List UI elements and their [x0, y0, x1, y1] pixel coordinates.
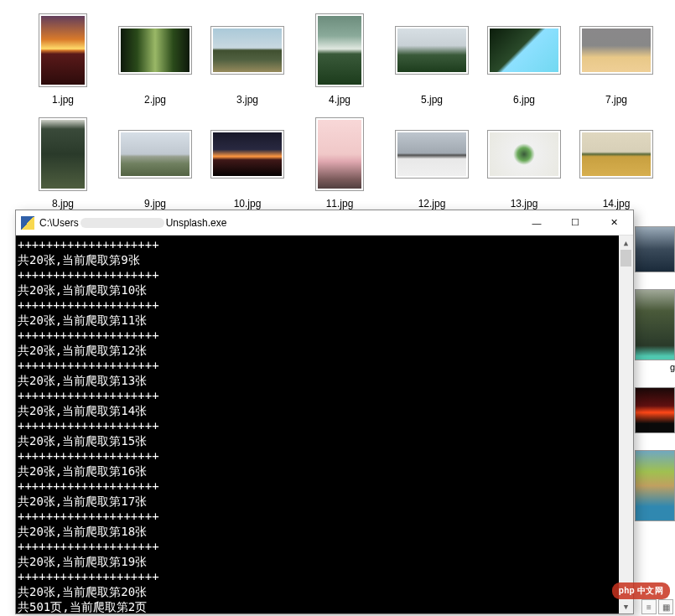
console-window: C:\Users Unsplash.exe — ☐ ✕ ++++++++++++… — [15, 210, 634, 614]
image-thumbnail — [39, 117, 87, 191]
image-thumbnail — [395, 130, 469, 179]
file-explorer-pane: 1.jpg2.jpg3.jpg4.jpg5.jpg6.jpg7.jpg8.jpg… — [0, 0, 675, 216]
thumbnail-box — [386, 112, 478, 196]
scroll-up-arrow[interactable]: ▲ — [619, 236, 633, 250]
image-thumbnail — [635, 289, 675, 360]
file-item[interactable]: 7.jpg — [570, 8, 662, 106]
view-large-icon[interactable]: ▦ — [658, 599, 673, 614]
close-button[interactable]: ✕ — [595, 210, 633, 236]
file-item-partial[interactable] — [631, 226, 675, 274]
console-line: 共20张,当前爬取第15张 — [16, 433, 633, 448]
file-label: 13.jpg — [511, 196, 538, 210]
console-line: 共20张,当前爬取第9张 — [16, 252, 633, 267]
title-suffix: Unsplash.exe — [166, 217, 227, 229]
file-item[interactable]: 4.jpg — [293, 8, 386, 106]
console-line: 共20张,当前爬取第20张 — [16, 584, 633, 599]
thumbnail-box — [109, 112, 201, 196]
console-line: ++++++++++++++++++++ — [16, 358, 633, 373]
file-grid: 1.jpg2.jpg3.jpg4.jpg5.jpg6.jpg7.jpg8.jpg… — [17, 8, 675, 216]
file-item-partial[interactable] — [631, 387, 675, 435]
console-line: ++++++++++++++++++++ — [16, 298, 633, 313]
file-item-partial[interactable] — [631, 450, 675, 523]
file-label: 6.jpg — [513, 92, 535, 106]
file-item[interactable]: 8.jpg — [17, 112, 109, 210]
view-details-icon[interactable]: ≡ — [641, 599, 657, 614]
file-item[interactable]: 11.jpg — [293, 112, 386, 210]
image-thumbnail — [210, 130, 284, 179]
scroll-down-arrow[interactable]: ▼ — [619, 599, 633, 613]
file-label: 9.jpg — [144, 196, 166, 210]
minimize-button[interactable]: — — [517, 210, 556, 236]
console-line: 共20张,当前爬取第18张 — [16, 524, 633, 539]
console-line: ++++++++++++++++++++ — [16, 328, 633, 343]
image-thumbnail — [315, 117, 364, 191]
scroll-thumb[interactable] — [620, 250, 631, 267]
file-item[interactable]: 10.jpg — [201, 112, 293, 210]
explorer-view-switcher: ≡ ▦ — [641, 599, 673, 614]
file-item[interactable]: 1.jpg — [17, 8, 109, 106]
image-thumbnail — [635, 387, 675, 433]
image-thumbnail — [210, 26, 284, 75]
thumbnail-box — [570, 8, 662, 92]
thumbnail-box — [17, 8, 109, 92]
image-thumbnail — [635, 226, 675, 272]
console-line: ++++++++++++++++++++ — [16, 237, 633, 252]
thumbnail-box — [293, 112, 386, 196]
thumbnail-box — [201, 112, 293, 196]
image-thumbnail — [579, 130, 653, 179]
file-item[interactable]: 3.jpg — [201, 8, 293, 106]
image-thumbnail — [39, 13, 87, 87]
title-path-redacted — [80, 218, 164, 228]
partial-file-column: g — [631, 226, 675, 538]
thumbnail-box — [570, 112, 662, 196]
console-output[interactable]: ++++++++++++++++++++共20张,当前爬取第9张++++++++… — [16, 236, 633, 613]
console-line: ++++++++++++++++++++ — [16, 388, 633, 403]
thumbnail-box — [478, 112, 570, 196]
console-line: ++++++++++++++++++++ — [16, 267, 633, 282]
console-line: 共20张,当前爬取第14张 — [16, 403, 633, 418]
file-item[interactable]: 14.jpg — [570, 112, 662, 210]
thumbnail-box — [293, 8, 386, 92]
console-line: 共501页,当前爬取第2页 — [16, 599, 633, 613]
file-item[interactable]: 13.jpg — [478, 112, 570, 210]
title-prefix: C:\Users — [39, 217, 79, 229]
file-label: 1.jpg — [52, 92, 74, 106]
file-item[interactable]: 5.jpg — [386, 8, 478, 106]
file-item-partial[interactable]: g — [631, 289, 675, 372]
image-thumbnail — [118, 26, 192, 75]
console-line: ++++++++++++++++++++ — [16, 509, 633, 524]
scroll-track[interactable] — [619, 250, 633, 599]
file-item[interactable]: 9.jpg — [109, 112, 201, 210]
file-label-partial — [635, 433, 675, 435]
file-label: 14.jpg — [603, 196, 631, 210]
file-label: 4.jpg — [329, 92, 350, 106]
image-thumbnail — [118, 130, 192, 179]
file-label-partial — [635, 272, 675, 274]
file-label-partial — [635, 521, 675, 523]
window-titlebar[interactable]: C:\Users Unsplash.exe — ☐ ✕ — [16, 210, 633, 236]
console-line: ++++++++++++++++++++ — [16, 539, 633, 554]
window-controls: — ☐ ✕ — [517, 210, 633, 236]
file-label: 8.jpg — [52, 196, 74, 210]
file-label: 10.jpg — [234, 196, 262, 210]
file-item[interactable]: 2.jpg — [109, 8, 201, 106]
console-line: ++++++++++++++++++++ — [16, 418, 633, 433]
console-line: 共20张,当前爬取第16张 — [16, 463, 633, 479]
console-line: 共20张,当前爬取第17张 — [16, 494, 633, 509]
console-line: ++++++++++++++++++++ — [16, 569, 633, 584]
image-thumbnail — [487, 26, 561, 75]
file-item[interactable]: 12.jpg — [386, 112, 478, 210]
file-label: 3.jpg — [236, 92, 258, 106]
console-line: ++++++++++++++++++++ — [16, 479, 633, 494]
thumbnail-box — [17, 112, 109, 196]
file-label: 11.jpg — [326, 196, 354, 210]
console-line: 共20张,当前爬取第13张 — [16, 373, 633, 388]
image-thumbnail — [579, 26, 653, 75]
console-line: ++++++++++++++++++++ — [16, 448, 633, 463]
console-line: 共20张,当前爬取第12张 — [16, 343, 633, 358]
file-item[interactable]: 6.jpg — [478, 8, 570, 106]
maximize-button[interactable]: ☐ — [556, 210, 595, 236]
console-scrollbar[interactable]: ▲ ▼ — [619, 236, 633, 613]
file-label: 2.jpg — [144, 92, 166, 106]
thumbnail-box — [478, 8, 570, 92]
